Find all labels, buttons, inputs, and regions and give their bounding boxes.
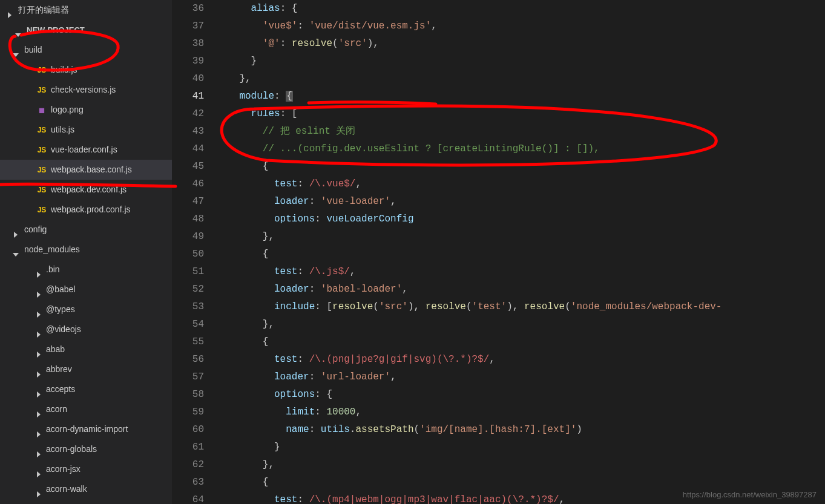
- file-item[interactable]: JSvue-loader.conf.js: [0, 140, 172, 160]
- folder-label: build: [24, 45, 42, 54]
- chevron-right-icon: [35, 445, 42, 453]
- folder-node-modules[interactable]: node_modules: [0, 240, 172, 260]
- file-item[interactable]: JSwebpack.base.conf.js: [0, 160, 172, 180]
- folder-name: .bin: [46, 264, 60, 274]
- chevron-right-icon: [35, 405, 42, 413]
- chevron-right-icon: [35, 425, 42, 433]
- line-number-gutter: 3637383940414243444546474849505152535455…: [173, 0, 216, 504]
- folder-item[interactable]: acorn-dynamic-import: [0, 419, 172, 439]
- file-item[interactable]: JSwebpack.prod.conf.js: [0, 200, 172, 220]
- folder-item[interactable]: abbrev: [0, 359, 172, 379]
- folder-name: acorn-jsx: [46, 464, 81, 474]
- project-name: NEW-PROJECT: [27, 25, 85, 34]
- folder-name: acorn-dynamic-import: [46, 424, 128, 434]
- file-name: webpack.base.conf.js: [51, 165, 132, 174]
- chevron-right-icon: [35, 385, 42, 393]
- folder-name: @videojs: [46, 324, 81, 334]
- open-editors-section[interactable]: 打开的编辑器: [0, 0, 172, 20]
- chevron-right-icon: [35, 485, 42, 493]
- file-name: logo.png: [51, 105, 84, 114]
- file-icon: JS: [35, 120, 48, 140]
- chevron-right-icon: [35, 266, 42, 273]
- code-content[interactable]: alias: { 'vue$': 'vue/dist/vue.esm.js', …: [216, 0, 825, 504]
- folder-item[interactable]: acorn-globals: [0, 439, 172, 459]
- file-icon: JS: [35, 140, 48, 160]
- folder-item[interactable]: @types: [0, 299, 172, 319]
- chevron-right-icon: [35, 326, 42, 333]
- folder-name: accepts: [46, 384, 75, 394]
- file-item[interactable]: JSutils.js: [0, 120, 172, 140]
- file-name: webpack.prod.conf.js: [51, 205, 131, 214]
- project-root[interactable]: NEW-PROJECT: [0, 20, 172, 40]
- chevron-right-icon: [35, 465, 42, 473]
- folder-name: abbrev: [46, 364, 72, 374]
- file-icon: JS: [35, 160, 48, 180]
- file-item[interactable]: JSbuild.js: [0, 60, 172, 80]
- file-icon: ◼: [35, 100, 48, 120]
- folder-label: node_modules: [24, 244, 80, 254]
- chevron-right-icon: [35, 306, 42, 313]
- folder-item[interactable]: abab: [0, 339, 172, 359]
- folder-name: acorn-globals: [46, 444, 97, 454]
- folder-label: config: [24, 224, 47, 234]
- folder-item[interactable]: acorn-walk: [0, 479, 172, 499]
- file-item[interactable]: JSwebpack.dev.conf.js: [0, 180, 172, 200]
- chevron-right-icon: [35, 345, 42, 353]
- explorer-sidebar: 打开的编辑器 NEW-PROJECT build JSbuild.jsJSche…: [0, 0, 173, 504]
- chevron-down-icon: [12, 46, 19, 53]
- folder-item[interactable]: acorn-jsx: [0, 459, 172, 479]
- file-item[interactable]: ◼logo.png: [0, 100, 172, 120]
- file-icon: JS: [35, 61, 48, 80]
- folder-name: abab: [46, 344, 65, 354]
- folder-config[interactable]: config: [0, 220, 172, 240]
- folder-item[interactable]: @babel: [0, 280, 172, 299]
- code-editor[interactable]: 3637383940414243444546474849505152535455…: [173, 0, 825, 504]
- file-icon: JS: [35, 180, 48, 200]
- folder-item[interactable]: accepts: [0, 379, 172, 399]
- file-name: utils.js: [51, 125, 74, 134]
- chevron-down-icon: [12, 246, 19, 253]
- file-name: vue-loader.conf.js: [51, 145, 117, 154]
- chevron-right-icon: [35, 286, 42, 293]
- folder-name: acorn: [46, 404, 67, 414]
- file-name: build.js: [51, 65, 77, 74]
- file-icon: JS: [35, 80, 48, 100]
- file-name: check-versions.js: [51, 85, 116, 94]
- file-name: webpack.dev.conf.js: [51, 185, 127, 194]
- chevron-right-icon: [35, 365, 42, 373]
- file-icon: JS: [35, 200, 48, 220]
- folder-build[interactable]: build: [0, 40, 172, 60]
- folder-item[interactable]: acorn: [0, 399, 172, 419]
- open-editors-label: 打开的编辑器: [18, 5, 69, 15]
- folder-item[interactable]: .bin: [0, 260, 172, 280]
- folder-name: @babel: [46, 284, 75, 294]
- folder-item[interactable]: @videojs: [0, 319, 172, 339]
- folder-name: @types: [46, 304, 75, 314]
- chevron-right-icon: [12, 226, 19, 233]
- folder-name: acorn-walk: [46, 484, 87, 494]
- watermark-text: https://blog.csdn.net/weixin_39897287: [683, 490, 817, 499]
- file-item[interactable]: JScheck-versions.js: [0, 80, 172, 100]
